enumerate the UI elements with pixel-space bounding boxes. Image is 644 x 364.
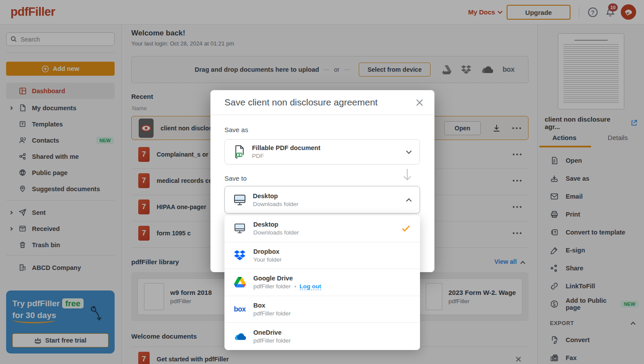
dropbox-icon xyxy=(233,249,246,262)
modal-header: Save client non disclosure agreement xyxy=(210,90,434,115)
check-icon xyxy=(402,225,410,232)
save-as-value: Fillable PDF document xyxy=(252,144,320,151)
save-to-select[interactable]: Desktop Downloads folder xyxy=(224,186,420,214)
dot-separator xyxy=(294,286,296,287)
save-to-value: Desktop xyxy=(253,192,298,200)
option-subtitle: pdfFiller folder xyxy=(253,283,291,290)
dropdown-option-box[interactable]: box BoxpdfFiller folder xyxy=(224,296,420,323)
option-name: Desktop xyxy=(253,221,299,228)
chevron-up-icon xyxy=(406,198,412,204)
save-as-select[interactable]: Fillable PDF document PDF xyxy=(224,139,420,164)
modal-title: Save client non disclosure agreement xyxy=(224,97,378,108)
logout-link[interactable]: Log out xyxy=(300,283,321,290)
option-subtitle: Downloads folder xyxy=(253,229,299,236)
save-as-format: PDF xyxy=(252,153,320,159)
dropdown-option-onedrive[interactable]: OneDrivepdfFiller folder xyxy=(224,323,420,350)
pdffiller-app: pdfFiller My Docs Upgrade ? 10 Add new D… xyxy=(0,0,644,364)
box-icon: box xyxy=(233,303,246,316)
dropdown-option-desktop[interactable]: DesktopDownloads folder xyxy=(224,215,420,242)
option-name: OneDrive xyxy=(253,329,291,336)
save-as-label: Save as xyxy=(224,126,248,133)
save-to-folder: Downloads folder xyxy=(253,201,298,207)
option-name: Box xyxy=(253,302,291,309)
option-name: Google Drive xyxy=(253,275,321,282)
fillable-pdf-icon xyxy=(234,145,245,158)
dropdown-option-dropbox[interactable]: DropboxYour folder xyxy=(224,242,420,270)
option-subtitle: pdfFiller folder xyxy=(253,310,291,317)
option-name: Dropbox xyxy=(253,248,282,255)
google-drive-icon xyxy=(233,276,246,289)
desktop-icon xyxy=(234,194,246,206)
onedrive-icon xyxy=(233,330,246,343)
desktop-icon xyxy=(233,222,246,235)
save-to-dropdown: DesktopDownloads folder DropboxYour fold… xyxy=(224,215,420,350)
option-subtitle: Your folder xyxy=(253,256,282,263)
dropdown-option-google-drive[interactable]: Google Drive pdfFiller folder Log out xyxy=(224,269,420,296)
save-to-label: Save to xyxy=(224,175,247,182)
close-icon[interactable] xyxy=(416,99,423,106)
chevron-down-icon xyxy=(406,148,412,154)
option-subtitle: pdfFiller folder xyxy=(253,337,291,344)
flow-arrow-down-icon xyxy=(402,168,413,181)
